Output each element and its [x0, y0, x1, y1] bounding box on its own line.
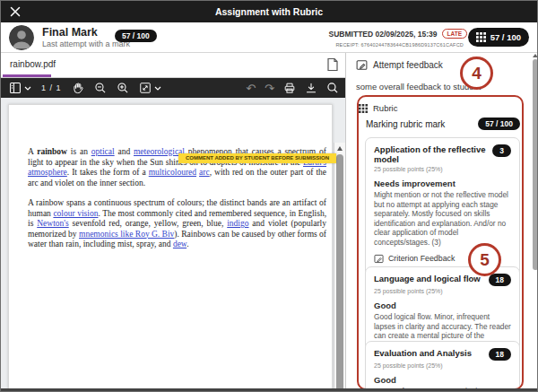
student-name: Final Mark [42, 26, 98, 39]
attempt-feedback-header: Attempt feedback [356, 59, 443, 71]
criterion-points-pill: 3 [492, 144, 511, 157]
criterion-level: Good [374, 375, 511, 385]
submitted-text: SUBMITTED 02/09/2025, 15:39 [329, 30, 438, 39]
pdf-toolbar: 1 / 1 [1, 78, 345, 98]
pdf-text: . [187, 240, 188, 248]
criterion-title: Evaluation and Analysis [374, 348, 489, 358]
rubric-total-pill: 57 / 100 [478, 118, 520, 130]
rubric-subtitle: Marking rubric mark [366, 119, 445, 129]
attempt-header: Final Mark Last attempt with a mark 57 /… [1, 22, 537, 53]
zoom-in-icon [117, 82, 129, 94]
close-icon [10, 6, 21, 17]
criterion-level: Good [374, 301, 511, 310]
rubric-section-header: Rubric [359, 103, 397, 113]
feedback-icon [374, 254, 384, 264]
criterion-points-pill: 18 [489, 274, 511, 286]
pdf-text: A [28, 147, 37, 156]
print-icon [283, 82, 296, 94]
zoom-out-icon [94, 82, 107, 94]
close-button[interactable] [9, 5, 22, 18]
pdf-link[interactable]: colour vision [53, 209, 98, 218]
pdf-link[interactable]: indigo [227, 219, 248, 228]
rubric-label: Rubric [373, 103, 397, 113]
pdf-link[interactable]: arc [199, 168, 210, 177]
download-icon [305, 82, 317, 94]
thumbnails-icon [9, 82, 22, 94]
avatar [9, 25, 34, 50]
criterion-title: Application of the reflective model [374, 144, 489, 164]
criterion-possible-points: 25 possible points (25%) [374, 362, 511, 369]
pdf-link[interactable]: meteorological [134, 147, 185, 156]
pdf-text: . It takes the form of a [67, 168, 149, 177]
pdf-link[interactable]: mnemonics like Roy G. Biv [79, 230, 174, 239]
zoom-in-button[interactable] [117, 82, 129, 94]
rubric-grid-icon [359, 104, 368, 113]
overall-grade-button[interactable]: 57 / 100 [468, 28, 529, 47]
fit-page-button[interactable] [139, 82, 161, 94]
pan-tool-button[interactable] [72, 82, 84, 94]
hand-icon [72, 82, 84, 94]
criterion-level: Needs improvement [374, 179, 511, 188]
criterion-header[interactable]: Language and logical flow 18 [374, 274, 511, 286]
attempt-feedback-label: Attempt feedback [373, 60, 443, 70]
pdf-text: rainbow [37, 147, 67, 156]
download-button[interactable] [305, 82, 317, 94]
page-view-button[interactable] [9, 82, 31, 94]
grid-icon [476, 32, 486, 42]
pdf-link[interactable]: Newton's [37, 219, 69, 228]
student-comment-annotation[interactable]: COMMENT ADDED BY STUDENT BEFORE SUBMISSI… [178, 153, 336, 163]
document-icon[interactable] [326, 57, 339, 72]
scroll-up-arrow[interactable] [533, 54, 538, 57]
fit-page-icon [139, 82, 152, 94]
pdf-text: sevenfold red, orange, yellow, green, bl… [69, 219, 228, 228]
criterion-possible-points: 25 possible points (25%) [374, 166, 511, 172]
attempt-feedback-text: some overall feedback to student [356, 82, 481, 91]
feedback-panel: Attempt feedback some overall feedback t… [345, 53, 538, 392]
pdf-link[interactable]: optical [91, 147, 115, 156]
attempt-grade-pill: 57 / 100 [115, 30, 157, 42]
window-title: Assignment with Rubric [1, 6, 537, 17]
panel-scrollbar-thumb[interactable] [533, 59, 538, 270]
pdf-scrollbar-thumb[interactable] [336, 154, 343, 392]
pdf-text: and [115, 147, 134, 156]
pdf-text: is an [67, 147, 91, 156]
rubric-criterion-card: Evaluation and Analysis 18 25 possible p… [365, 341, 520, 392]
callout-5-annotation: 5 [468, 243, 501, 276]
pdf-scrollbar[interactable] [334, 143, 345, 392]
criterion-header[interactable]: Evaluation and Analysis 18 [374, 348, 511, 361]
redo-icon[interactable]: ↷ [265, 83, 274, 94]
pdf-page: A rainbow is an optical and meteorologic… [8, 104, 333, 392]
overall-grade-value: 57 / 100 [490, 32, 521, 42]
search-button[interactable] [326, 82, 339, 94]
page-indicator: 1 / 1 [41, 83, 62, 92]
criterion-title: Language and logical flow [374, 274, 489, 283]
criterion-possible-points: 25 possible points (25%) [374, 288, 511, 294]
undo-icon[interactable]: ↶ [246, 83, 256, 94]
top-bar: Assignment with Rubric [1, 1, 537, 22]
active-tab-underline [3, 74, 51, 77]
window-bottom-frame [1, 388, 537, 391]
pdf-link[interactable]: multicoloured [149, 168, 196, 177]
late-badge: LATE [442, 29, 468, 39]
document-tab-bar: rainbow.pdf [1, 53, 345, 78]
receipt-number: RECEIPT: 67640244783644CB1986D9137C61CAF… [335, 42, 464, 48]
pdf-paragraph-2: A rainbow spans a continuous spectrum of… [28, 198, 326, 250]
pdf-viewer: A rainbow is an optical and meteorologic… [1, 98, 345, 392]
chevron-down-icon [24, 86, 31, 91]
chevron-down-icon [154, 86, 161, 91]
zoom-out-button[interactable] [94, 82, 107, 94]
criterion-description: Might mention or not the reflective mode… [374, 190, 511, 248]
pdf-link[interactable]: dew [173, 240, 187, 248]
document-tab[interactable]: rainbow.pdf [10, 59, 56, 69]
scroll-up-arrow[interactable] [337, 146, 343, 151]
assignment-review-window: Assignment with Rubric Final Mark Last a… [0, 0, 538, 392]
criterion-points-pill: 18 [489, 348, 511, 361]
callout-4-annotation: 4 [460, 57, 493, 90]
criterion-feedback-label: Criterion Feedback [388, 254, 455, 263]
criterion-header[interactable]: Application of the reflective model 3 [374, 144, 511, 164]
feedback-icon [356, 59, 368, 71]
search-icon [326, 82, 339, 94]
print-button[interactable] [283, 82, 296, 94]
submitted-timestamp: SUBMITTED 02/09/2025, 15:39LATE [329, 29, 467, 39]
rubric-total-row: Marking rubric mark 57 / 100 [366, 118, 520, 130]
